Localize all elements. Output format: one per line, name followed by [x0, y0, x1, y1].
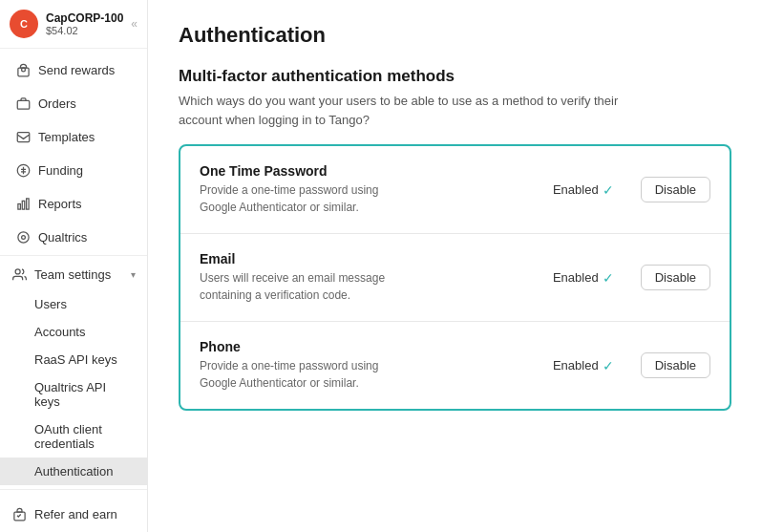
method-name-phone: Phone	[200, 339, 538, 354]
method-row-email: Email Users will receive an email messag…	[180, 233, 730, 321]
method-row-phone: Phone Provide a one-time password using …	[180, 321, 730, 409]
sidebar-item-label: Qualtrics	[38, 230, 87, 245]
disable-button-otp[interactable]: Disable	[641, 177, 710, 202]
method-name-otp: One Time Password	[200, 163, 538, 179]
bar-chart-icon	[15, 196, 31, 211]
submenu-item-raas-api-keys[interactable]: RaaS API keys	[0, 346, 147, 373]
submenu-item-qualtrics-api-keys[interactable]: Qualtrics API keys	[0, 373, 147, 415]
sidebar-divider	[0, 255, 147, 256]
disable-button-phone[interactable]: Disable	[641, 352, 710, 378]
team-submenu: Users Accounts RaaS API keys Qualtrics A…	[0, 290, 147, 485]
sidebar-item-funding[interactable]: Funding	[4, 154, 143, 186]
method-desc-otp: Provide a one-time password using Google…	[200, 181, 410, 216]
sidebar: C CapCORP-100 $54.02 « Send rewards Orde…	[0, 0, 148, 532]
sidebar-item-templates[interactable]: Templates	[4, 120, 143, 153]
sidebar-item-label: Orders	[38, 96, 76, 111]
svg-point-9	[15, 268, 20, 273]
disable-button-email[interactable]: Disable	[641, 265, 710, 290]
method-status-otp: Enabled ✓	[553, 182, 614, 198]
sidebar-item-qualtrics[interactable]: Qualtrics	[4, 221, 143, 253]
svg-rect-3	[17, 132, 30, 141]
sidebar-item-label: Funding	[38, 163, 83, 178]
sidebar-item-label: Templates	[38, 130, 95, 144]
gift-icon	[15, 62, 31, 77]
submenu-item-oauth[interactable]: OAuth client credentials	[0, 415, 147, 458]
method-status-email: Enabled ✓	[553, 270, 614, 286]
users-icon	[11, 266, 27, 282]
main-content: Authentication Multi-factor authenticati…	[148, 0, 762, 532]
sidebar-item-label: Send rewards	[38, 63, 115, 77]
account-name: CapCORP-100	[46, 11, 123, 25]
team-settings-header[interactable]: Team settings ▾	[0, 258, 147, 290]
refer-icon	[11, 506, 27, 521]
qualtrics-icon	[15, 229, 31, 245]
section-title: Multi-factor authentication methods	[179, 67, 731, 86]
method-desc-email: Users will receive an email message cont…	[200, 269, 410, 304]
method-row-otp: One Time Password Provide a one-time pas…	[180, 146, 730, 233]
box-icon	[15, 96, 31, 111]
method-info-otp: One Time Password Provide a one-time pas…	[200, 163, 538, 216]
sidebar-header: C CapCORP-100 $54.02 «	[0, 0, 147, 49]
method-info-phone: Phone Provide a one-time password using …	[200, 339, 538, 392]
check-icon-phone: ✓	[603, 358, 614, 373]
section-description: Which ways do you want your users to be …	[179, 92, 637, 129]
account-details: CapCORP-100 $54.02	[46, 11, 123, 36]
account-info[interactable]: C CapCORP-100 $54.02	[10, 10, 123, 38]
svg-rect-2	[17, 100, 30, 109]
submenu-item-users[interactable]: Users	[0, 290, 147, 318]
check-icon-otp: ✓	[603, 182, 614, 198]
svg-rect-5	[17, 203, 20, 209]
sidebar-item-reports[interactable]: Reports	[4, 187, 143, 220]
submenu-item-authentication[interactable]: Authentication	[0, 458, 147, 485]
svg-point-8	[17, 231, 28, 242]
account-avatar: C	[10, 10, 38, 38]
account-balance: $54.02	[46, 25, 123, 36]
svg-rect-6	[22, 201, 25, 209]
dollar-icon	[15, 162, 31, 178]
footer-item-refer[interactable]: Refer and earn	[0, 498, 147, 530]
method-status-phone: Enabled ✓	[553, 358, 614, 373]
page-title: Authentication	[179, 23, 731, 48]
mfa-methods-card: One Time Password Provide a one-time pas…	[179, 144, 731, 411]
footer-item-refer-label: Refer and earn	[34, 507, 117, 521]
sidebar-nav: Send rewards Orders Templates Funding	[0, 49, 147, 489]
sidebar-footer: Refer and earn Help	[0, 489, 147, 532]
method-info-email: Email Users will receive an email messag…	[200, 251, 538, 304]
mail-icon	[15, 129, 31, 144]
team-settings-label: Team settings	[34, 267, 111, 282]
sidebar-item-label: Reports	[38, 197, 82, 211]
check-icon-email: ✓	[603, 270, 614, 286]
chevron-down-icon: ▾	[131, 269, 136, 280]
method-desc-phone: Provide a one-time password using Google…	[200, 357, 410, 392]
collapse-button[interactable]: «	[131, 17, 138, 31]
method-name-email: Email	[200, 251, 538, 266]
sidebar-item-send-rewards[interactable]: Send rewards	[4, 53, 143, 86]
svg-rect-7	[26, 198, 29, 208]
sidebar-item-orders[interactable]: Orders	[4, 87, 143, 119]
submenu-item-accounts[interactable]: Accounts	[0, 318, 147, 346]
